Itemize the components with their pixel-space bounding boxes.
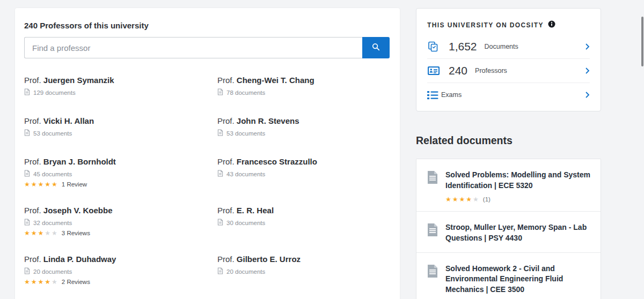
professor-doc-count: 43 documents xyxy=(217,170,390,178)
professor-name-link[interactable]: Prof. Francesco Strazzullo xyxy=(217,157,390,166)
professor-card: Prof. E. R. Heal 30 documents xyxy=(217,206,390,236)
professor-name-link[interactable]: Prof. John R. Stevens xyxy=(217,116,390,125)
professor-name-link[interactable]: Prof. Gilberto E. Urroz xyxy=(217,255,390,264)
documents-label: Documents xyxy=(485,43,518,50)
rating-count-label: (1) xyxy=(483,196,491,203)
professor-card: Prof. Linda P. Duhadway 20 documents ★★★… xyxy=(24,255,217,285)
document-icon xyxy=(217,88,223,96)
professor-list: Prof. Juergen Symanzik 129 documents Pro… xyxy=(24,76,390,285)
professor-doc-count: 53 documents xyxy=(217,129,390,137)
review-count-label[interactable]: 1 Review xyxy=(62,181,87,188)
professor-doc-count: 129 documents xyxy=(24,88,217,96)
review-count-label[interactable]: 3 Reviews xyxy=(62,230,90,236)
professor-search-input[interactable] xyxy=(24,37,362,58)
professor-card: Prof. Bryan J. Bornholdt 45 documents ★★… xyxy=(24,157,217,188)
professor-name-link[interactable]: Prof. E. R. Heal xyxy=(217,206,390,215)
professor-name-link[interactable]: Prof. Linda P. Duhadway xyxy=(24,255,217,264)
related-document-item[interactable]: Solved Problems: Modelling and System Id… xyxy=(416,159,601,211)
star-rating: ★★★★★ xyxy=(445,196,479,203)
professor-name-link[interactable]: Prof. Cheng-Wei T. Chang xyxy=(217,76,390,85)
documents-icon xyxy=(427,41,441,53)
professors-panel: 240 Professors of this university Prof. … xyxy=(15,8,400,299)
exams-icon xyxy=(427,91,441,100)
professor-name-link[interactable]: Prof. Vicki H. Allan xyxy=(24,116,217,125)
exams-label: Exams xyxy=(441,91,462,99)
professor-doc-count: 30 documents xyxy=(217,219,390,227)
professor-doc-count: 20 documents xyxy=(217,267,390,275)
star-rating: ★★★★★ xyxy=(24,279,57,285)
professor-search-bar xyxy=(24,37,390,58)
chevron-right-icon xyxy=(585,67,590,74)
professor-doc-count: 20 documents xyxy=(24,267,217,275)
document-icon xyxy=(24,219,30,227)
professors-count-heading: 240 Professors of this university xyxy=(24,21,390,30)
related-document-rating-row: ★★★★★ (1) xyxy=(445,196,591,203)
related-document-title[interactable]: Solved Homework 2 - Civil and Environmen… xyxy=(445,264,591,296)
professor-card: Prof. John R. Stevens 53 documents xyxy=(217,116,390,139)
document-icon xyxy=(24,129,30,137)
professor-card: Prof. Joseph V. Koebbe 32 documents ★★★★… xyxy=(24,206,217,236)
related-documents-heading: Related documents xyxy=(416,134,513,147)
file-icon xyxy=(427,223,438,244)
document-icon xyxy=(217,219,223,227)
document-icon xyxy=(24,267,30,275)
review-count-label[interactable]: 2 Reviews xyxy=(62,279,90,285)
star-rating: ★★★★★ xyxy=(24,181,57,188)
document-icon xyxy=(217,170,223,178)
professor-rating-row: ★★★★★2 Reviews xyxy=(24,279,217,285)
professor-card: Prof. Francesco Strazzullo 43 documents xyxy=(217,157,390,188)
professor-doc-count: 53 documents xyxy=(24,129,217,137)
professor-doc-count: 45 documents xyxy=(24,170,217,178)
document-icon xyxy=(24,170,30,178)
professor-card: Prof. Juergen Symanzik 129 documents xyxy=(24,76,217,98)
related-document-title[interactable]: Stroop, Muller Lyer, Memory Span - Lab Q… xyxy=(445,222,591,244)
professor-doc-count: 32 documents xyxy=(24,219,217,227)
related-document-title[interactable]: Solved Problems: Modelling and System Id… xyxy=(445,170,591,191)
chevron-right-icon xyxy=(585,91,590,99)
star-rating: ★★★★★ xyxy=(24,230,57,236)
search-button[interactable] xyxy=(362,37,390,58)
documents-count: 1,652 xyxy=(449,40,477,53)
professors-icon xyxy=(427,66,441,76)
professor-name-link[interactable]: Prof. Joseph V. Koebbe xyxy=(24,206,217,215)
vertical-scrollbar[interactable] xyxy=(641,17,643,66)
document-icon xyxy=(217,129,223,137)
professor-name-link[interactable]: Prof. Juergen Symanzik xyxy=(24,76,217,85)
chevron-right-icon xyxy=(585,43,590,50)
professor-card: Prof. Vicki H. Allan 53 documents xyxy=(24,116,217,139)
professors-label: Professors xyxy=(475,67,507,74)
related-document-item[interactable]: Solved Homework 2 - Civil and Environmen… xyxy=(416,252,601,299)
professor-card: Prof. Gilberto E. Urroz 20 documents xyxy=(217,255,390,285)
search-icon xyxy=(372,43,380,53)
professor-rating-row: ★★★★★3 Reviews xyxy=(24,230,217,236)
professor-card: Prof. Cheng-Wei T. Chang 78 documents xyxy=(217,76,390,98)
related-document-item[interactable]: Stroop, Muller Lyer, Memory Span - Lab Q… xyxy=(416,211,601,252)
university-card-title: THIS UNIVERSITY ON DOCSITY xyxy=(427,21,544,29)
related-documents-list: Solved Problems: Modelling and System Id… xyxy=(416,159,601,299)
professor-name-link[interactable]: Prof. Bryan J. Bornholdt xyxy=(24,157,217,166)
info-icon[interactable] xyxy=(548,20,555,30)
document-icon xyxy=(24,88,30,96)
file-icon xyxy=(427,265,438,296)
university-stats-card: THIS UNIVERSITY ON DOCSITY 1,652 Documen… xyxy=(416,8,601,111)
professor-doc-count: 78 documents xyxy=(217,88,390,96)
professors-count: 240 xyxy=(449,64,467,77)
stat-row-documents[interactable]: 1,652 Documents xyxy=(427,34,590,58)
file-icon xyxy=(427,171,438,203)
professor-rating-row: ★★★★★1 Review xyxy=(24,181,217,188)
stat-row-professors[interactable]: 240 Professors xyxy=(427,58,590,83)
stat-row-exams[interactable]: Exams xyxy=(427,83,590,107)
document-icon xyxy=(217,267,223,275)
